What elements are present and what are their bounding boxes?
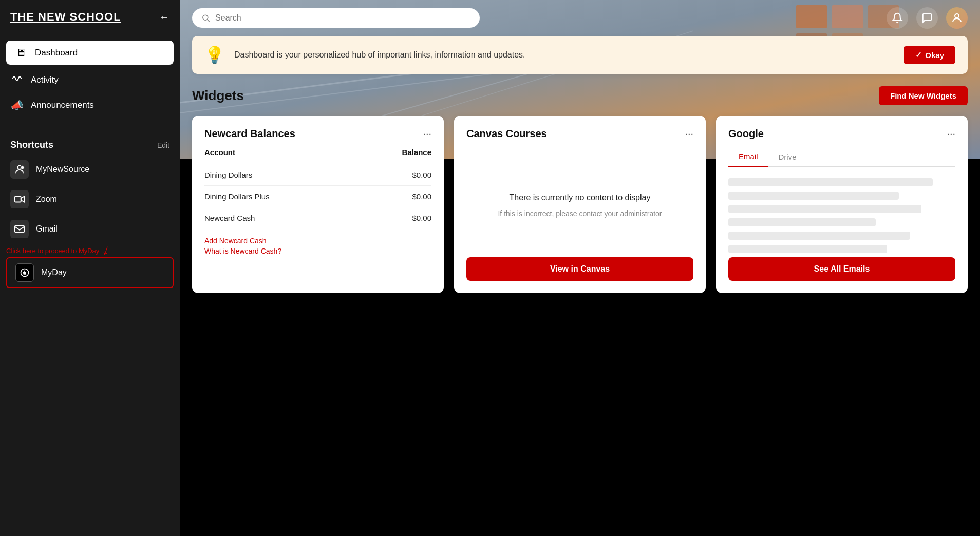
- google-widget-header: Google ···: [728, 128, 955, 140]
- myday-icon: W: [15, 263, 34, 282]
- canvas-widget-header: Canvas Courses ···: [466, 128, 693, 140]
- widgets-header: Widgets Find New Widgets: [192, 86, 968, 105]
- sidebar: THE NEW SCHOOL ← 🖥 Dashboard Activity 📣 …: [0, 0, 180, 536]
- myday-click-hint: Click here to proceed to MyDay: [6, 247, 99, 255]
- zoom-label: Zoom: [36, 195, 57, 204]
- sidebar-header: THE NEW SCHOOL ←: [0, 0, 180, 32]
- lightbulb-icon: 💡: [204, 45, 225, 65]
- what-is-newcard-link[interactable]: What is Newcard Cash?: [204, 247, 431, 255]
- activity-icon: [10, 73, 24, 87]
- header-actions: [887, 7, 968, 29]
- sidebar-item-dashboard[interactable]: 🖥 Dashboard: [6, 41, 174, 65]
- avatar[interactable]: [946, 7, 968, 29]
- shortcuts-title: Shortcuts: [10, 140, 53, 150]
- newcard-widget-title: Newcard Balances: [204, 128, 295, 140]
- email-blurred-content: [728, 174, 955, 257]
- svg-text:+: +: [22, 166, 24, 169]
- shortcut-item-zoom[interactable]: Zoom: [0, 184, 180, 214]
- balance-table: Account Balance Dining Dollars $0.00 Din…: [204, 148, 431, 228]
- canvas-empty-main-text: There is currently no content to display: [510, 193, 651, 202]
- canvas-widget: Canvas Courses ··· There is currently no…: [454, 116, 706, 293]
- gmail-icon: [10, 220, 29, 238]
- balance-links: Add Newcard Cash What is Newcard Cash?: [204, 237, 431, 255]
- main-content: 💡 Dashboard is your personalized hub of …: [180, 0, 980, 536]
- find-widgets-button[interactable]: Find New Widgets: [879, 86, 968, 105]
- balance-col-header: Balance: [402, 148, 431, 157]
- newcard-widget-header: Newcard Balances ···: [204, 128, 431, 140]
- sidebar-dashboard-label: Dashboard: [35, 48, 78, 58]
- search-icon: [201, 13, 210, 23]
- myday-label: MyDay: [41, 268, 67, 277]
- canvas-widget-title: Canvas Courses: [466, 128, 547, 140]
- svg-text:W: W: [24, 272, 26, 275]
- canvas-empty-state: There is currently no content to display…: [466, 148, 693, 257]
- svg-point-21: [955, 14, 959, 18]
- email-line-2: [728, 192, 899, 200]
- okay-checkmark: ✓: [915, 50, 922, 60]
- gmail-label: Gmail: [36, 224, 58, 234]
- header-bar: [180, 0, 980, 36]
- canvas-menu-button[interactable]: ···: [685, 128, 693, 140]
- balance-row-dining-plus: Dining Dollars Plus $0.00: [204, 185, 431, 207]
- zoom-icon: [10, 190, 29, 208]
- email-line-3: [728, 205, 921, 213]
- collapse-sidebar-button[interactable]: ←: [159, 11, 169, 23]
- account-col-header: Account: [204, 148, 235, 157]
- balance-row-dining: Dining Dollars $0.00: [204, 164, 431, 185]
- sidebar-logo: THE NEW SCHOOL: [10, 10, 121, 24]
- view-canvas-button[interactable]: View in Canvas: [466, 257, 693, 281]
- sidebar-item-activity[interactable]: Activity: [0, 67, 180, 93]
- search-input[interactable]: [215, 13, 470, 23]
- dining-dollars-plus-label: Dining Dollars Plus: [204, 192, 270, 201]
- email-line-1: [728, 178, 933, 186]
- tab-drive[interactable]: Drive: [768, 148, 807, 166]
- shortcut-item-myday[interactable]: W MyDay: [6, 257, 174, 288]
- dining-dollars-balance: $0.00: [412, 170, 431, 179]
- email-line-6: [728, 245, 887, 253]
- add-newcard-cash-link[interactable]: Add Newcard Cash: [204, 237, 431, 245]
- notification-button[interactable]: [887, 7, 908, 29]
- newcard-widget: Newcard Balances ··· Account Balance Din…: [192, 116, 444, 293]
- svg-point-19: [203, 15, 208, 20]
- canvas-empty-sub-text: If this is incorrect, please contact you…: [498, 209, 662, 218]
- dining-dollars-plus-balance: $0.00: [412, 192, 431, 201]
- dining-dollars-label: Dining Dollars: [204, 170, 252, 179]
- sidebar-item-announcements[interactable]: 📣 Announcements: [0, 93, 180, 118]
- google-widget: Google ··· Email Drive See All Emails: [716, 116, 968, 293]
- edit-shortcuts-button[interactable]: Edit: [157, 141, 169, 149]
- messages-button[interactable]: [916, 7, 938, 29]
- shortcuts-header: Shortcuts Edit: [0, 132, 180, 155]
- search-box[interactable]: [192, 8, 480, 28]
- shortcut-item-gmail[interactable]: Gmail: [0, 214, 180, 244]
- svg-rect-4: [15, 226, 24, 233]
- sidebar-divider: [10, 128, 169, 128]
- okay-button[interactable]: ✓ Okay: [904, 46, 955, 64]
- balance-row-newcard-cash: Newcard Cash $0.00: [204, 207, 431, 228]
- toast-banner: 💡 Dashboard is your personalized hub of …: [192, 36, 968, 74]
- sidebar-activity-label: Activity: [31, 75, 59, 85]
- email-line-4: [728, 218, 876, 226]
- avatar-icon: [951, 12, 963, 24]
- sidebar-announcements-label: Announcements: [31, 100, 94, 110]
- mynewsource-label: MyNewSource: [36, 165, 89, 174]
- sidebar-nav: 🖥 Dashboard Activity 📣 Announcements: [0, 32, 180, 124]
- tab-email[interactable]: Email: [728, 148, 768, 167]
- dashboard-icon: 🖥: [14, 47, 28, 59]
- widgets-title: Widgets: [192, 88, 244, 104]
- newcard-cash-label: Newcard Cash: [204, 214, 255, 222]
- myday-hint-container: Click here to proceed to MyDay ↓: [0, 246, 180, 255]
- mynewsource-icon: +: [10, 160, 29, 179]
- messages-icon: [921, 12, 933, 24]
- toast-message: Dashboard is your personalized hub of im…: [234, 50, 895, 60]
- google-tabs: Email Drive: [728, 148, 955, 167]
- notification-icon: [892, 12, 903, 24]
- svg-rect-3: [15, 197, 21, 202]
- widgets-area: Widgets Find New Widgets Newcard Balance…: [180, 74, 980, 536]
- newcard-cash-balance: $0.00: [412, 214, 431, 222]
- newcard-menu-button[interactable]: ···: [423, 128, 431, 140]
- see-all-emails-button[interactable]: See All Emails: [728, 257, 955, 281]
- shortcut-item-mynewsource[interactable]: + MyNewSource: [0, 155, 180, 184]
- google-widget-title: Google: [728, 128, 764, 140]
- google-menu-button[interactable]: ···: [947, 128, 955, 140]
- balance-table-header: Account Balance: [204, 148, 431, 157]
